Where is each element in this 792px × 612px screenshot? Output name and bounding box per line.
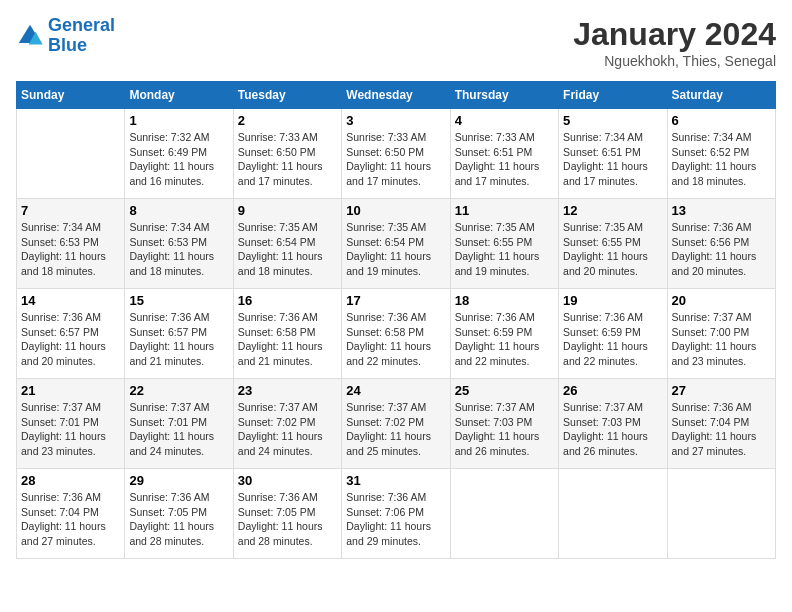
calendar-cell: [17, 109, 125, 199]
header-cell-saturday: Saturday: [667, 82, 775, 109]
day-number: 25: [455, 383, 554, 398]
logo: General Blue: [16, 16, 115, 56]
day-number: 26: [563, 383, 662, 398]
day-info: Sunrise: 7:34 AM Sunset: 6:52 PM Dayligh…: [672, 130, 771, 189]
day-info: Sunrise: 7:37 AM Sunset: 7:01 PM Dayligh…: [129, 400, 228, 459]
logo-text: General Blue: [48, 16, 115, 56]
calendar-cell: 24Sunrise: 7:37 AM Sunset: 7:02 PM Dayli…: [342, 379, 450, 469]
logo-line2: Blue: [48, 35, 87, 55]
day-info: Sunrise: 7:36 AM Sunset: 7:05 PM Dayligh…: [238, 490, 337, 549]
calendar-cell: 6Sunrise: 7:34 AM Sunset: 6:52 PM Daylig…: [667, 109, 775, 199]
header-cell-monday: Monday: [125, 82, 233, 109]
header-cell-wednesday: Wednesday: [342, 82, 450, 109]
calendar-cell: 22Sunrise: 7:37 AM Sunset: 7:01 PM Dayli…: [125, 379, 233, 469]
calendar-cell: 25Sunrise: 7:37 AM Sunset: 7:03 PM Dayli…: [450, 379, 558, 469]
day-info: Sunrise: 7:35 AM Sunset: 6:55 PM Dayligh…: [563, 220, 662, 279]
day-number: 5: [563, 113, 662, 128]
calendar-week-3: 14Sunrise: 7:36 AM Sunset: 6:57 PM Dayli…: [17, 289, 776, 379]
calendar-week-4: 21Sunrise: 7:37 AM Sunset: 7:01 PM Dayli…: [17, 379, 776, 469]
calendar-table: SundayMondayTuesdayWednesdayThursdayFrid…: [16, 81, 776, 559]
day-info: Sunrise: 7:37 AM Sunset: 7:03 PM Dayligh…: [563, 400, 662, 459]
day-number: 29: [129, 473, 228, 488]
day-number: 3: [346, 113, 445, 128]
day-info: Sunrise: 7:34 AM Sunset: 6:53 PM Dayligh…: [21, 220, 120, 279]
calendar-cell: 7Sunrise: 7:34 AM Sunset: 6:53 PM Daylig…: [17, 199, 125, 289]
day-info: Sunrise: 7:35 AM Sunset: 6:54 PM Dayligh…: [346, 220, 445, 279]
calendar-cell: 13Sunrise: 7:36 AM Sunset: 6:56 PM Dayli…: [667, 199, 775, 289]
day-number: 7: [21, 203, 120, 218]
day-number: 18: [455, 293, 554, 308]
header-cell-tuesday: Tuesday: [233, 82, 341, 109]
day-number: 2: [238, 113, 337, 128]
header-cell-sunday: Sunday: [17, 82, 125, 109]
day-info: Sunrise: 7:37 AM Sunset: 7:02 PM Dayligh…: [238, 400, 337, 459]
day-number: 1: [129, 113, 228, 128]
calendar-cell: 4Sunrise: 7:33 AM Sunset: 6:51 PM Daylig…: [450, 109, 558, 199]
calendar-cell: 3Sunrise: 7:33 AM Sunset: 6:50 PM Daylig…: [342, 109, 450, 199]
logo-icon: [16, 22, 44, 50]
day-number: 23: [238, 383, 337, 398]
calendar-cell: 16Sunrise: 7:36 AM Sunset: 6:58 PM Dayli…: [233, 289, 341, 379]
calendar-cell: 28Sunrise: 7:36 AM Sunset: 7:04 PM Dayli…: [17, 469, 125, 559]
day-number: 4: [455, 113, 554, 128]
day-info: Sunrise: 7:36 AM Sunset: 6:59 PM Dayligh…: [455, 310, 554, 369]
day-info: Sunrise: 7:37 AM Sunset: 7:03 PM Dayligh…: [455, 400, 554, 459]
day-info: Sunrise: 7:36 AM Sunset: 6:57 PM Dayligh…: [129, 310, 228, 369]
calendar-cell: [559, 469, 667, 559]
day-info: Sunrise: 7:36 AM Sunset: 7:06 PM Dayligh…: [346, 490, 445, 549]
calendar-cell: 14Sunrise: 7:36 AM Sunset: 6:57 PM Dayli…: [17, 289, 125, 379]
calendar-cell: [667, 469, 775, 559]
day-number: 10: [346, 203, 445, 218]
day-info: Sunrise: 7:33 AM Sunset: 6:50 PM Dayligh…: [238, 130, 337, 189]
day-number: 31: [346, 473, 445, 488]
header-cell-thursday: Thursday: [450, 82, 558, 109]
calendar-header: SundayMondayTuesdayWednesdayThursdayFrid…: [17, 82, 776, 109]
calendar-cell: 23Sunrise: 7:37 AM Sunset: 7:02 PM Dayli…: [233, 379, 341, 469]
calendar-cell: 9Sunrise: 7:35 AM Sunset: 6:54 PM Daylig…: [233, 199, 341, 289]
day-number: 22: [129, 383, 228, 398]
page-header: General Blue January 2024 Nguekhokh, Thi…: [16, 16, 776, 69]
day-number: 15: [129, 293, 228, 308]
day-number: 30: [238, 473, 337, 488]
calendar-cell: 8Sunrise: 7:34 AM Sunset: 6:53 PM Daylig…: [125, 199, 233, 289]
calendar-cell: 10Sunrise: 7:35 AM Sunset: 6:54 PM Dayli…: [342, 199, 450, 289]
day-info: Sunrise: 7:34 AM Sunset: 6:53 PM Dayligh…: [129, 220, 228, 279]
calendar-cell: 2Sunrise: 7:33 AM Sunset: 6:50 PM Daylig…: [233, 109, 341, 199]
day-info: Sunrise: 7:36 AM Sunset: 7:04 PM Dayligh…: [672, 400, 771, 459]
calendar-week-2: 7Sunrise: 7:34 AM Sunset: 6:53 PM Daylig…: [17, 199, 776, 289]
calendar-cell: 31Sunrise: 7:36 AM Sunset: 7:06 PM Dayli…: [342, 469, 450, 559]
calendar-cell: 30Sunrise: 7:36 AM Sunset: 7:05 PM Dayli…: [233, 469, 341, 559]
day-info: Sunrise: 7:36 AM Sunset: 6:58 PM Dayligh…: [346, 310, 445, 369]
calendar-cell: 11Sunrise: 7:35 AM Sunset: 6:55 PM Dayli…: [450, 199, 558, 289]
calendar-cell: 12Sunrise: 7:35 AM Sunset: 6:55 PM Dayli…: [559, 199, 667, 289]
day-info: Sunrise: 7:37 AM Sunset: 7:02 PM Dayligh…: [346, 400, 445, 459]
day-info: Sunrise: 7:36 AM Sunset: 6:57 PM Dayligh…: [21, 310, 120, 369]
calendar-cell: 29Sunrise: 7:36 AM Sunset: 7:05 PM Dayli…: [125, 469, 233, 559]
title-block: January 2024 Nguekhokh, Thies, Senegal: [573, 16, 776, 69]
day-number: 20: [672, 293, 771, 308]
calendar-cell: 19Sunrise: 7:36 AM Sunset: 6:59 PM Dayli…: [559, 289, 667, 379]
day-number: 14: [21, 293, 120, 308]
day-info: Sunrise: 7:32 AM Sunset: 6:49 PM Dayligh…: [129, 130, 228, 189]
calendar-cell: 26Sunrise: 7:37 AM Sunset: 7:03 PM Dayli…: [559, 379, 667, 469]
day-number: 9: [238, 203, 337, 218]
day-info: Sunrise: 7:36 AM Sunset: 7:05 PM Dayligh…: [129, 490, 228, 549]
day-info: Sunrise: 7:36 AM Sunset: 6:56 PM Dayligh…: [672, 220, 771, 279]
day-number: 24: [346, 383, 445, 398]
calendar-cell: 27Sunrise: 7:36 AM Sunset: 7:04 PM Dayli…: [667, 379, 775, 469]
day-info: Sunrise: 7:34 AM Sunset: 6:51 PM Dayligh…: [563, 130, 662, 189]
day-number: 8: [129, 203, 228, 218]
calendar-cell: 20Sunrise: 7:37 AM Sunset: 7:00 PM Dayli…: [667, 289, 775, 379]
day-number: 16: [238, 293, 337, 308]
day-number: 13: [672, 203, 771, 218]
day-info: Sunrise: 7:36 AM Sunset: 6:59 PM Dayligh…: [563, 310, 662, 369]
day-info: Sunrise: 7:36 AM Sunset: 7:04 PM Dayligh…: [21, 490, 120, 549]
calendar-cell: 18Sunrise: 7:36 AM Sunset: 6:59 PM Dayli…: [450, 289, 558, 379]
day-info: Sunrise: 7:35 AM Sunset: 6:55 PM Dayligh…: [455, 220, 554, 279]
day-info: Sunrise: 7:33 AM Sunset: 6:50 PM Dayligh…: [346, 130, 445, 189]
day-info: Sunrise: 7:37 AM Sunset: 7:00 PM Dayligh…: [672, 310, 771, 369]
calendar-week-1: 1Sunrise: 7:32 AM Sunset: 6:49 PM Daylig…: [17, 109, 776, 199]
header-cell-friday: Friday: [559, 82, 667, 109]
day-info: Sunrise: 7:35 AM Sunset: 6:54 PM Dayligh…: [238, 220, 337, 279]
day-number: 28: [21, 473, 120, 488]
